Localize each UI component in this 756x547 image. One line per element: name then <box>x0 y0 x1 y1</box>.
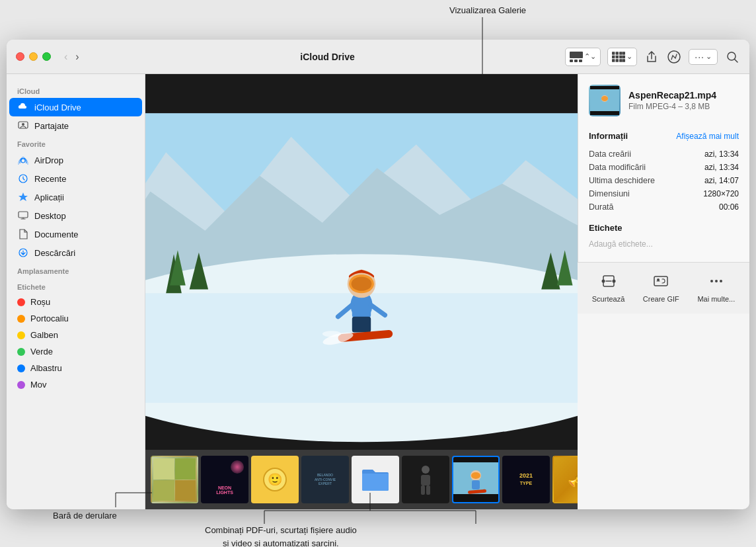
back-button[interactable]: ‹ <box>61 50 70 64</box>
bottom-callout-text: Combinați PDF-uri, scurtați fișiere audi… <box>205 524 357 547</box>
svg-rect-53 <box>421 485 425 495</box>
sidebar-item-tag-red[interactable]: Roșu <box>9 294 142 310</box>
sidebar-item-documents[interactable]: Documente <box>9 225 142 243</box>
svg-point-76 <box>720 280 722 282</box>
more-actions-button[interactable]: Mai multe... <box>692 271 740 306</box>
thumbnail-strip[interactable]: NEONLIGHTS 🙂 BELANDOANTI-CONVIEEXPERT <box>145 450 578 509</box>
info-section-header: Informații Afișează mai mult <box>589 131 739 141</box>
svg-rect-9 <box>612 55 615 58</box>
tag-purple-label: Mov <box>30 380 47 390</box>
search-button[interactable] <box>724 49 740 65</box>
sidebar-item-recents[interactable]: Recente <box>9 169 142 188</box>
thumbnail-item[interactable] <box>402 456 449 503</box>
gallery-view-button[interactable]: ⌃⌄ <box>565 48 601 66</box>
svg-rect-47 <box>352 317 371 333</box>
trim-button[interactable]: Scurtează <box>587 271 630 306</box>
svg-rect-56 <box>453 494 498 502</box>
recents-label: Recente <box>34 174 66 184</box>
more-actions-label: Mai multe... <box>697 295 735 303</box>
markup-button[interactable] <box>666 49 682 65</box>
svg-rect-16 <box>623 59 625 62</box>
thumbnail-item[interactable]: BELANDOANTI-CONVIEEXPERT <box>301 456 349 503</box>
svg-point-59 <box>471 472 480 479</box>
svg-rect-44 <box>352 298 371 318</box>
desktop-label: Desktop <box>34 211 66 221</box>
folder-icon <box>361 467 390 492</box>
file-name: AspenRecap21.mp4 <box>628 90 739 101</box>
modified-row: Data modificării azi, 13:34 <box>589 161 739 174</box>
desktop-icon <box>17 210 29 222</box>
tag-blue-label: Albastru <box>30 363 62 373</box>
svg-rect-13 <box>612 59 615 62</box>
dimensions-row: Dimensiuni 1280×720 <box>589 187 739 200</box>
sidebar-item-downloads[interactable]: Descărcări <box>9 243 142 262</box>
locations-section-label: Amplasamente <box>7 262 145 278</box>
thumbnail-item[interactable]: NEONLIGHTS <box>201 456 248 503</box>
svg-rect-5 <box>612 52 615 54</box>
window-title: iCloud Drive <box>90 52 566 62</box>
svg-point-70 <box>612 280 615 283</box>
tag-orange-label: Portocaliu <box>30 314 69 323</box>
sidebar-item-shared[interactable]: Partajate <box>9 116 142 135</box>
svg-rect-64 <box>590 111 619 115</box>
file-info-text: AspenRecap21.mp4 Film MPEG-4 – 3,8 MB <box>628 90 739 111</box>
forward-button[interactable]: › <box>73 50 81 64</box>
airdrop-icon <box>17 154 29 166</box>
show-more-link[interactable]: Afișează mai mult <box>676 132 739 141</box>
thumbnail-item[interactable] <box>352 456 399 503</box>
tag-orange-dot <box>17 315 25 323</box>
gif-button[interactable]: Creare GIF <box>638 271 685 306</box>
thumbnail-item[interactable] <box>151 456 198 503</box>
svg-point-66 <box>601 96 608 101</box>
info-section-title: Informații <box>589 131 628 141</box>
gallery-view-icon <box>570 50 583 63</box>
sidebar-item-tag-yellow[interactable]: Galben <box>9 327 142 343</box>
sidebar-item-tag-blue[interactable]: Albastru <box>9 360 142 376</box>
view-options-arrow: ⌄ <box>626 52 632 61</box>
file-type: Film MPEG-4 – 3,8 MB <box>628 102 739 111</box>
created-row: Data creării azi, 13:34 <box>589 147 739 161</box>
svg-rect-52 <box>421 475 430 485</box>
silhouette-icon <box>416 463 435 496</box>
titlebar: ‹ › iCloud Drive ⌃⌄ <box>7 40 749 74</box>
tags-placeholder[interactable]: Adaugă etichete... <box>589 237 739 251</box>
finder-window: ‹ › iCloud Drive ⌃⌄ <box>7 40 749 509</box>
info-panel: AspenRecap21.mp4 Film MPEG-4 – 3,8 MB In… <box>578 74 749 262</box>
file-header: AspenRecap21.mp4 Film MPEG-4 – 3,8 MB <box>589 85 739 116</box>
sidebar-item-icloud-drive[interactable]: iCloud Drive <box>9 98 142 116</box>
svg-rect-11 <box>619 55 622 58</box>
downloads-label: Descărcări <box>34 248 75 258</box>
thumbnail-item[interactable]: 2021TYPE <box>502 456 550 503</box>
sidebar-item-desktop[interactable]: Desktop <box>9 206 142 225</box>
tags-section-label: Etichete <box>7 278 145 294</box>
more-options-button[interactable]: ··· ⌄ <box>689 49 718 65</box>
thumbnail-item[interactable]: 🙂 <box>251 456 299 503</box>
nav-buttons: ‹ › <box>61 50 82 64</box>
sidebar-item-tag-green[interactable]: Verde <box>9 343 142 360</box>
minimize-button[interactable] <box>29 52 38 61</box>
tag-yellow-label: Galben <box>30 330 58 340</box>
info-panel-container: AspenRecap21.mp4 Film MPEG-4 – 3,8 MB In… <box>578 74 749 509</box>
svg-point-50 <box>322 331 341 337</box>
close-button[interactable] <box>16 52 24 61</box>
preview-area[interactable] <box>145 74 578 450</box>
share-button[interactable] <box>644 49 660 65</box>
duration-value: 00:06 <box>719 202 739 212</box>
sidebar-item-tag-orange[interactable]: Portocaliu <box>9 310 142 327</box>
sidebar-item-tag-purple[interactable]: Mov <box>9 376 142 393</box>
svg-rect-10 <box>616 55 619 58</box>
icloud-drive-icon <box>17 101 29 113</box>
apps-icon <box>17 191 29 203</box>
view-options-button[interactable]: ⌄ <box>607 48 637 66</box>
search-icon <box>726 50 739 63</box>
tag-yellow-dot <box>17 331 25 339</box>
svg-rect-63 <box>590 86 619 89</box>
sidebar-item-apps[interactable]: Aplicații <box>9 188 142 206</box>
sidebar-item-airdrop[interactable]: AirDrop <box>9 151 142 169</box>
recents-icon <box>17 173 29 185</box>
thumbnail-item[interactable]: 🎺 <box>552 456 578 503</box>
tag-red-label: Roșu <box>30 297 50 307</box>
trim-icon <box>601 273 617 292</box>
thumbnail-item-active[interactable] <box>452 456 500 503</box>
maximize-button[interactable] <box>42 52 51 61</box>
